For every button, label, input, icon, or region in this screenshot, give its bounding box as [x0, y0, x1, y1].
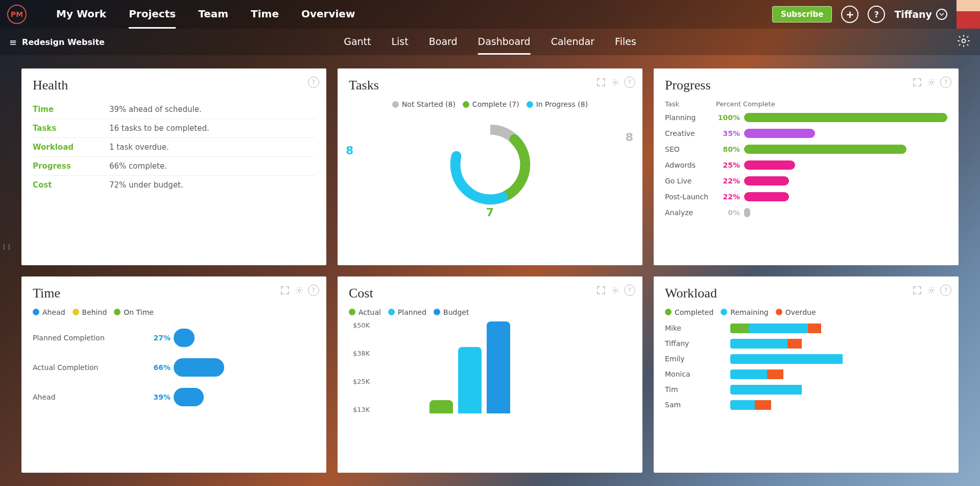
gear-icon[interactable]	[957, 34, 971, 50]
expand-icon[interactable]	[279, 285, 291, 296]
help-icon[interactable]: ?	[940, 77, 951, 88]
progress-bar	[744, 113, 947, 122]
workload-name: Mike	[665, 324, 730, 332]
health-label: Tasks	[33, 124, 109, 133]
legend-dot	[665, 309, 672, 315]
health-label: Workload	[33, 143, 109, 152]
main-tab-team[interactable]: Team	[198, 1, 228, 29]
main-tab-overview[interactable]: Overview	[301, 1, 355, 29]
expand-icon[interactable]	[595, 285, 607, 296]
time-label: Ahead	[33, 393, 145, 401]
donut-label: 7	[486, 206, 494, 219]
health-label: Cost	[33, 180, 109, 190]
legend-dot	[463, 101, 469, 108]
health-label: Progress	[33, 161, 109, 171]
app-logo[interactable]: PM	[7, 5, 27, 24]
legend-item: Planned	[388, 308, 426, 316]
tasks-donut-chart: 8 7 8	[349, 119, 631, 211]
workload-bar	[730, 400, 883, 410]
legend-item: Not Started (8)	[392, 100, 456, 108]
legend-item: Complete (7)	[463, 100, 519, 108]
workload-bar	[730, 323, 883, 333]
help-icon[interactable]: ?	[868, 6, 885, 23]
help-icon[interactable]: ?	[940, 285, 951, 296]
workload-row: Tiffany	[665, 339, 947, 349]
time-pct: 66%	[145, 363, 171, 372]
progress-row: Planning100%	[665, 113, 947, 122]
time-label: Actual Completion	[33, 363, 145, 372]
add-icon[interactable]: +	[841, 6, 858, 23]
project-tab-dashboard[interactable]: Dashboard	[478, 30, 531, 55]
subscribe-button[interactable]: Subscribe	[772, 6, 832, 22]
progress-task: Go Live	[665, 177, 716, 185]
avatar[interactable]	[957, 0, 980, 29]
legend-item: Completed	[665, 308, 713, 316]
health-row: Tasks16 tasks to be completed.	[33, 119, 315, 138]
progress-pct: 25%	[716, 161, 744, 169]
progress-task: Post-Launch	[665, 193, 716, 201]
progress-task: Creative	[665, 129, 716, 137]
help-icon[interactable]: ?	[308, 285, 319, 296]
legend-item: On Time	[114, 308, 154, 316]
project-tab-files[interactable]: Files	[615, 30, 636, 55]
workload-row: Emily	[665, 354, 947, 364]
time-bar	[174, 358, 224, 377]
workload-row: Mike	[665, 323, 947, 333]
expand-icon[interactable]	[912, 77, 923, 88]
cost-bar	[487, 321, 510, 413]
gear-icon[interactable]	[610, 285, 621, 296]
legend-dot	[527, 101, 533, 108]
gear-icon[interactable]	[610, 77, 621, 88]
cost-bar	[458, 347, 482, 413]
main-tab-projects[interactable]: Projects	[129, 1, 176, 29]
svg-point-0	[962, 39, 966, 43]
workload-bar	[730, 354, 883, 364]
user-name: Tiffany	[894, 9, 932, 20]
donut-label: 8	[626, 131, 633, 144]
progress-task: Adwords	[665, 161, 716, 169]
help-icon[interactable]: ?	[624, 77, 635, 88]
gear-icon[interactable]	[926, 77, 937, 88]
main-tab-time[interactable]: Time	[251, 1, 279, 29]
card-title: Workload	[665, 286, 947, 301]
help-icon[interactable]: ?	[308, 77, 319, 88]
legend-item: In Progress (8)	[527, 100, 588, 108]
progress-pct: 22%	[716, 177, 744, 185]
expand-icon[interactable]	[595, 77, 607, 88]
time-card: ? Time AheadBehindOn Time Planned Comple…	[21, 276, 326, 473]
legend-dot	[434, 309, 440, 315]
project-tab-gantt[interactable]: Gantt	[344, 30, 371, 55]
project-tab-board[interactable]: Board	[429, 30, 458, 55]
progress-bar	[744, 176, 947, 186]
user-menu[interactable]: Tiffany	[894, 9, 947, 20]
progress-row: Creative35%	[665, 129, 947, 138]
project-tab-list[interactable]: List	[392, 30, 409, 55]
progress-bar	[744, 208, 947, 217]
health-value: 39% ahead of schedule.	[109, 105, 202, 114]
main-tab-my-work[interactable]: My Work	[56, 1, 106, 29]
time-bar	[174, 388, 204, 406]
card-title: Health	[33, 78, 315, 93]
time-bar	[174, 329, 195, 347]
gear-icon[interactable]	[294, 285, 305, 296]
health-value: 72% under budget.	[109, 180, 183, 190]
project-tab-calendar[interactable]: Calendar	[551, 30, 594, 55]
sub-nav: ≡ Redesign Website GanttListBoardDashboa…	[0, 29, 980, 55]
legend-dot	[392, 101, 399, 108]
workload-bar	[730, 369, 883, 379]
help-icon[interactable]: ?	[624, 285, 635, 296]
time-row: Actual Completion66%	[33, 358, 315, 377]
expand-icon[interactable]	[912, 285, 923, 296]
health-row: Time39% ahead of schedule.	[33, 100, 315, 119]
card-title: Cost	[349, 286, 631, 301]
legend-dot	[114, 309, 121, 315]
tasks-card: ? Tasks Not Started (8)Complete (7)In Pr…	[338, 68, 642, 265]
cost-bar	[429, 400, 453, 413]
workload-bar	[730, 385, 883, 395]
progress-task: SEO	[665, 145, 716, 153]
gear-icon[interactable]	[926, 285, 937, 296]
workload-name: Tim	[665, 385, 730, 394]
hamburger-icon[interactable]: ≡	[9, 37, 17, 48]
side-handle-icon[interactable]: ⋮⋮	[1, 243, 11, 250]
svg-point-8	[930, 289, 933, 291]
